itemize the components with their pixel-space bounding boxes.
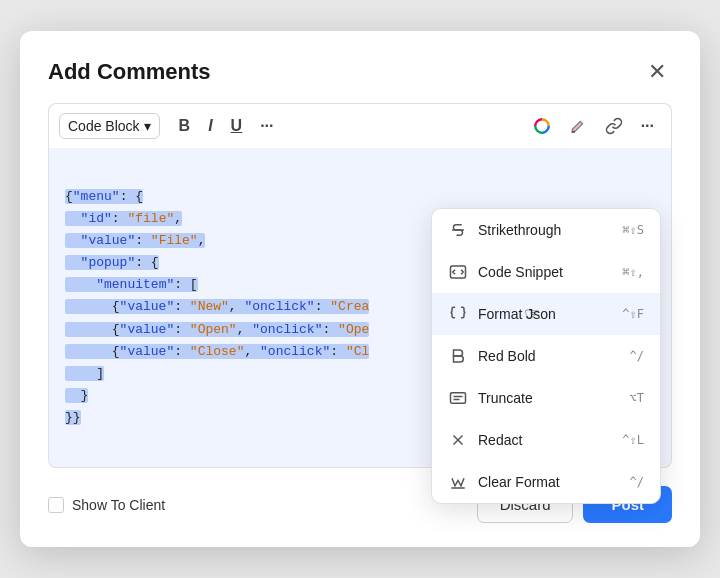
- strikethrough-label: Strikethrough: [478, 222, 561, 238]
- modal-header: Add Comments ✕: [48, 59, 672, 85]
- clear-format-shortcut: ^/: [630, 475, 644, 489]
- highlight-icon: [569, 117, 587, 135]
- red-bold-icon: [448, 346, 468, 366]
- format-json-label: Format Json: [478, 306, 556, 322]
- modal-title: Add Comments: [48, 59, 211, 85]
- redact-icon: [448, 430, 468, 450]
- highlight-button[interactable]: [562, 112, 594, 140]
- close-icon: ✕: [648, 59, 666, 84]
- format-json-shortcut: ^⇧F: [622, 307, 644, 321]
- redact-shortcut: ^⇧L: [622, 433, 644, 447]
- modal-overlay: Add Comments ✕ Code Block ▾ B I U ···: [0, 0, 720, 578]
- code-snippet-icon: [448, 262, 468, 282]
- menu-item-code-snippet[interactable]: Code Snippet ⌘⇧,: [432, 251, 660, 293]
- link-icon: [605, 117, 623, 135]
- extra-dots-icon: ···: [641, 117, 654, 135]
- link-button[interactable]: [598, 112, 630, 140]
- menu-item-redact[interactable]: Redact ^⇧L: [432, 419, 660, 461]
- redact-label: Redact: [478, 432, 522, 448]
- red-bold-shortcut: ^/: [630, 349, 644, 363]
- menu-item-clear-format[interactable]: Clear Format ^/: [432, 461, 660, 503]
- code-snippet-label: Code Snippet: [478, 264, 563, 280]
- cursor-pointer-icon: ☞: [524, 303, 540, 325]
- svg-rect-4: [451, 393, 466, 404]
- menu-item-red-bold[interactable]: Red Bold ^/: [432, 335, 660, 377]
- menu-item-format-json[interactable]: Format Json ^⇧F ☞: [432, 293, 660, 335]
- format-json-icon: [448, 304, 468, 324]
- editor-area[interactable]: {"menu": { "id": "file", "value": "File"…: [48, 148, 672, 468]
- bold-button[interactable]: B: [172, 112, 198, 140]
- show-to-client-group: Show To Client: [48, 497, 165, 513]
- more-dots-icon: ···: [260, 117, 273, 135]
- truncate-label: Truncate: [478, 390, 533, 406]
- show-to-client-checkbox[interactable]: [48, 497, 64, 513]
- color-wheel-button[interactable]: [526, 112, 558, 140]
- underline-button[interactable]: U: [224, 112, 250, 140]
- strikethrough-shortcut: ⌘⇧S: [622, 223, 644, 237]
- red-bold-label: Red Bold: [478, 348, 536, 364]
- menu-item-strikethrough[interactable]: Strikethrough ⌘⇧S: [432, 209, 660, 251]
- italic-button[interactable]: I: [201, 112, 219, 140]
- code-snippet-shortcut: ⌘⇧,: [622, 265, 644, 279]
- menu-item-truncate[interactable]: Truncate ⌥T: [432, 377, 660, 419]
- chevron-down-icon: ▾: [144, 118, 151, 134]
- strikethrough-icon: [448, 220, 468, 240]
- clear-format-label: Clear Format: [478, 474, 560, 490]
- truncate-shortcut: ⌥T: [630, 391, 644, 405]
- code-block-dropdown[interactable]: Code Block ▾: [59, 113, 160, 139]
- code-block-label: Code Block: [68, 118, 140, 134]
- truncate-icon: [448, 388, 468, 408]
- more-options-button[interactable]: ···: [253, 112, 280, 140]
- show-to-client-label: Show To Client: [72, 497, 165, 513]
- modal: Add Comments ✕ Code Block ▾ B I U ···: [20, 31, 700, 547]
- toolbar: Code Block ▾ B I U ···: [48, 103, 672, 148]
- dropdown-menu: Strikethrough ⌘⇧S Code Snippet: [431, 208, 661, 504]
- extra-options-button[interactable]: ···: [634, 112, 661, 140]
- clear-format-icon: [448, 472, 468, 492]
- close-button[interactable]: ✕: [642, 59, 672, 85]
- color-wheel-icon: [533, 117, 551, 135]
